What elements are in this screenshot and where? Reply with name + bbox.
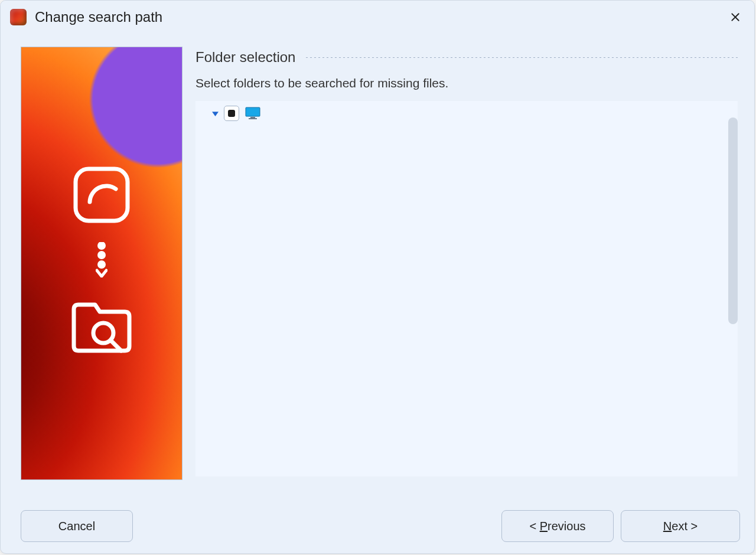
tree-node-this_pc[interactable] (195, 103, 738, 123)
svg-point-3 (100, 263, 104, 267)
app-icon (10, 9, 27, 25)
title-bar: Change search path (1, 1, 754, 34)
image-rounded-icon (72, 165, 131, 224)
arrow-dots-icon (96, 242, 107, 278)
close-button[interactable] (722, 5, 748, 29)
folder-search-icon (69, 295, 134, 354)
wizard-hero-image (21, 47, 183, 480)
previous-label: < Previous (529, 520, 585, 533)
svg-point-1 (100, 244, 104, 248)
cancel-button[interactable]: Cancel (21, 510, 133, 542)
folder-tree[interactable] (195, 101, 738, 476)
wizard-footer: Cancel < Previous Next > (1, 499, 754, 553)
previous-button[interactable]: < Previous (501, 510, 614, 542)
svg-rect-8 (249, 118, 257, 119)
section-title: Folder selection (195, 49, 295, 66)
section-header: Folder selection (195, 49, 738, 66)
svg-rect-0 (76, 169, 128, 221)
next-label: Next > (663, 520, 698, 533)
collapse-icon[interactable] (210, 109, 220, 117)
svg-point-2 (100, 253, 104, 257)
next-button[interactable]: Next > (621, 510, 740, 542)
svg-rect-7 (250, 117, 255, 118)
scrollbar-thumb[interactable] (728, 117, 738, 324)
close-icon (731, 12, 740, 22)
section-divider (305, 57, 738, 58)
dialog-window: Change search path (0, 0, 755, 554)
window-title: Change search path (35, 9, 162, 25)
tree-label[interactable] (265, 112, 272, 115)
cancel-label: Cancel (58, 520, 95, 533)
svg-rect-6 (246, 107, 260, 116)
checkbox[interactable] (224, 106, 239, 121)
instruction-text: Select folders to be searched for missin… (195, 76, 738, 90)
monitor-icon (245, 107, 260, 120)
